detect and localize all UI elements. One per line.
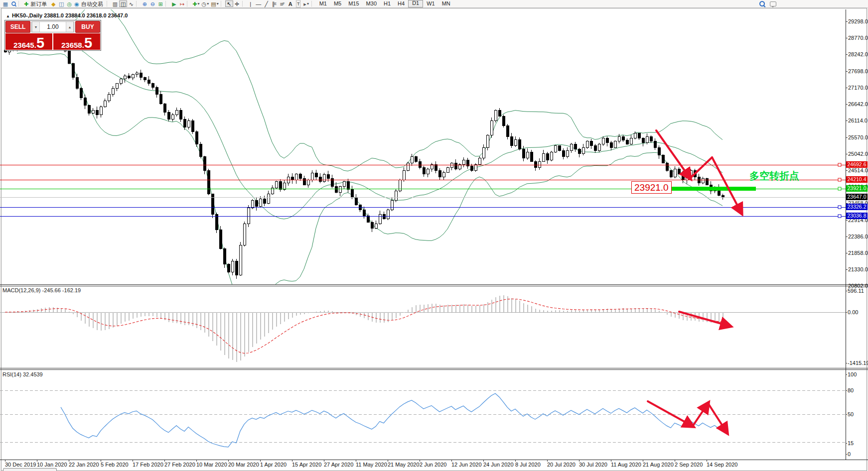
- x-axis-date-label: 14 Sep 2020: [707, 462, 737, 468]
- triangle-down-icon: ▼: [34, 25, 38, 29]
- x-axis-date-label: 2 Jun 2020: [420, 462, 446, 468]
- sell-button[interactable]: SELL: [5, 21, 30, 33]
- horizontal-line-button[interactable]: —: [255, 0, 263, 7]
- macd-scale-label: -1415.19: [848, 360, 868, 366]
- dropdown-caret-icon: ▾: [307, 1, 309, 7]
- line-price-chip[interactable]: 24692.6: [846, 161, 868, 168]
- macd-signal-value: -162.19: [62, 287, 81, 293]
- macd-scale-label: 596.11: [848, 288, 864, 294]
- navigator-button[interactable]: ◎: [65, 0, 73, 7]
- toolbar-separator: [221, 1, 223, 6]
- text-label-icon: T: [296, 0, 301, 7]
- y-axis-tick-label: 21858.0: [848, 250, 868, 256]
- periods-button[interactable]: ◷▾: [201, 0, 210, 7]
- market-watch-button[interactable]: ◆: [49, 0, 57, 7]
- timeframe-h1[interactable]: H1: [380, 0, 394, 7]
- bar-chart-button[interactable]: ▥: [111, 0, 119, 7]
- volume-increase-button[interactable]: ▲: [66, 22, 74, 32]
- line-price-chip[interactable]: 24210.4: [846, 176, 868, 183]
- crosshair-button[interactable]: ✛: [233, 0, 241, 7]
- auto-scroll-button[interactable]: ▶: [170, 0, 178, 7]
- buy-button[interactable]: BUY: [75, 21, 100, 33]
- chart-shift-button[interactable]: ↦: [178, 0, 186, 7]
- equidistant-channel-button[interactable]: ∥E: [271, 0, 279, 7]
- timeframe-mn[interactable]: MN: [438, 0, 454, 7]
- toolbar-separator: [242, 1, 245, 6]
- buy-price-display[interactable]: 23658.5: [53, 33, 100, 50]
- chart-window: [1, 8, 867, 471]
- sell-price-big-digit: 5: [36, 37, 44, 49]
- toolbar-separator: [136, 1, 139, 6]
- x-axis-date-label: 30 Dec 2019: [5, 462, 36, 468]
- timeframe-m30[interactable]: M30: [363, 0, 380, 7]
- timeframe-m1[interactable]: M1: [316, 0, 330, 7]
- y-axis-tick-label: 27170.0: [848, 85, 868, 91]
- autotrading-icon: ◉: [74, 1, 79, 7]
- timeframe-m5[interactable]: M5: [330, 0, 345, 7]
- text-label-button[interactable]: T: [294, 0, 302, 7]
- volume-input[interactable]: 1.00: [40, 22, 66, 32]
- zoom-in-button[interactable]: ⊕: [141, 0, 148, 7]
- x-axis-date-label: 5 Feb 2020: [101, 462, 129, 468]
- chart-symbol-period: HK50-,Daily: [12, 12, 42, 18]
- x-axis-date-label: 27 Apr 2020: [324, 462, 353, 468]
- tile-windows-button[interactable]: ⊞: [156, 0, 164, 7]
- chart-shift-icon: ↦: [180, 1, 184, 7]
- current-price-chip[interactable]: 23647.0: [846, 194, 868, 200]
- pivot-annotation-text: 多空转折点: [749, 169, 799, 183]
- crosshair-icon: ✛: [235, 1, 239, 7]
- chart-title: ▲HK50-,Daily 23881.0 23884.0 23618.0 236…: [6, 12, 128, 18]
- new-order-button[interactable]: ✚ 新订单: [23, 0, 49, 7]
- x-axis-date-label: 12 Jun 2020: [451, 462, 482, 468]
- timeframe-h4[interactable]: H4: [394, 0, 408, 7]
- zoom-out-button[interactable]: ⊖: [148, 0, 156, 7]
- new-order-icon: ✚: [24, 1, 28, 7]
- vertical-line-button[interactable]: |: [247, 0, 255, 7]
- one-click-trading-panel: SELL ▼ 1.00 ▲ BUY 23645.5 23658.5: [4, 20, 101, 51]
- trendline-icon: ╱: [265, 1, 268, 7]
- support-price-text-box[interactable]: 23921.0: [631, 181, 672, 194]
- x-axis-date-label: 17 Feb 2020: [133, 462, 163, 468]
- indicators-button[interactable]: ✚▾: [191, 0, 200, 7]
- y-axis-tick-label: 28242.0: [848, 51, 868, 57]
- collapse-panel-icon[interactable]: ▲: [6, 14, 10, 18]
- trendline-button[interactable]: ╱: [263, 0, 271, 7]
- cursor-button[interactable]: ↖: [225, 0, 233, 7]
- timeframe-m15[interactable]: M15: [345, 0, 362, 7]
- new-order-label: 新订单: [30, 1, 48, 7]
- line-price-chip[interactable]: 23036.8: [846, 213, 868, 219]
- toolbar-separator: [311, 1, 314, 6]
- timeframe-w1[interactable]: W1: [423, 0, 438, 7]
- line-price-chip[interactable]: 23921.0: [846, 185, 868, 192]
- volume-decrease-button[interactable]: ▼: [32, 22, 40, 32]
- rsi-scale-label: 80: [848, 387, 854, 393]
- auto-scroll-icon: ▶: [172, 1, 176, 7]
- autotrading-button[interactable]: ◉ 自动交易: [73, 0, 106, 7]
- chart-profile-button[interactable]: [9, 0, 17, 7]
- y-axis-tick-label: 25042.0: [848, 151, 868, 157]
- timeframe-d1[interactable]: D1: [408, 0, 423, 7]
- candlestick-chart-button[interactable]: ◫: [119, 0, 127, 7]
- search-button[interactable]: [758, 0, 766, 7]
- rsi-indicator-label: RSI(14) 32.4539: [2, 371, 43, 377]
- market-watch-icon: ◆: [51, 1, 55, 7]
- x-axis-date-label: 11 Aug 2020: [611, 462, 641, 468]
- vertical-line-icon: |: [250, 1, 251, 7]
- chart-window-tab[interactable]: [3, 468, 57, 471]
- volume-stepper: ▼ 1.00 ▲: [31, 21, 74, 32]
- arrows-button[interactable]: ▸▾: [302, 0, 310, 7]
- macd-indicator-label: MACD(12,26,9) -245.66 -162.19: [2, 287, 81, 293]
- templates-button[interactable]: ▤▾: [210, 0, 219, 7]
- new-chart-button[interactable]: ▦: [1, 0, 9, 7]
- line-chart-button[interactable]: ∿: [127, 0, 135, 7]
- line-price-chip[interactable]: 23326.2: [846, 204, 868, 210]
- x-axis-date-label: 30 Jul 2020: [579, 462, 607, 468]
- fibonacci-button[interactable]: ≡F: [279, 0, 287, 7]
- sell-price-display[interactable]: 23645.5: [5, 33, 52, 50]
- text-button[interactable]: A: [287, 0, 294, 7]
- chat-button[interactable]: [769, 0, 777, 7]
- y-axis-tick-label: 25570.0: [848, 134, 868, 140]
- arrows-icon: ▸: [303, 1, 306, 7]
- line-chart-icon: ∿: [129, 1, 134, 7]
- data-window-button[interactable]: ◫: [57, 0, 65, 7]
